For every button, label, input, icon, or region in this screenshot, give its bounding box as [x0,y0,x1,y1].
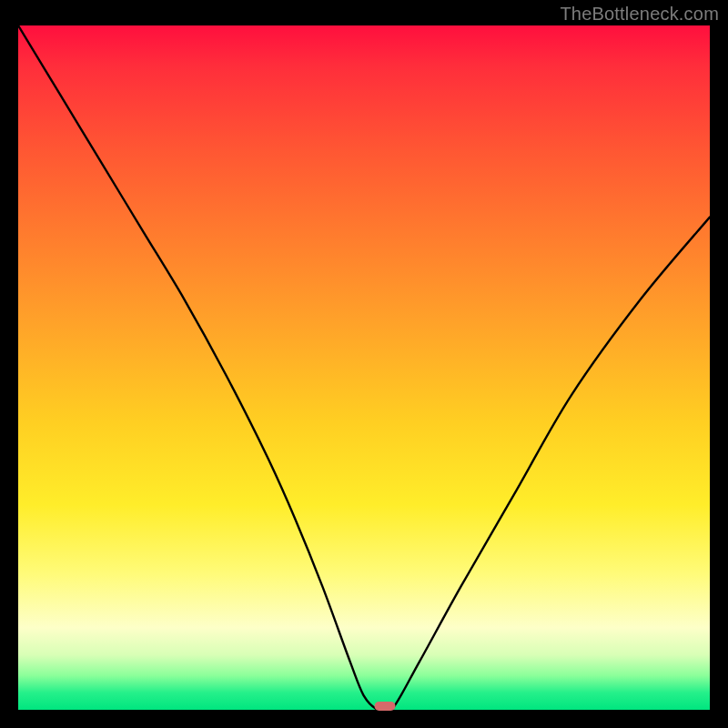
watermark-text: TheBottleneck.com [560,4,719,25]
bottleneck-curve [18,25,710,710]
bottleneck-curve-path [18,25,710,710]
plot-area [18,25,710,710]
chart-stage: TheBottleneck.com [0,0,728,728]
minimum-marker-icon [374,702,395,711]
